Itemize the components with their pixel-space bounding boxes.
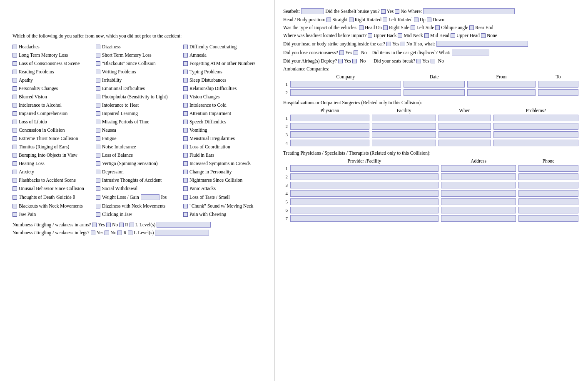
- hosp-problems-input[interactable]: [493, 115, 578, 121]
- symptom-checkbox[interactable]: [96, 95, 100, 99]
- treating-phone-input[interactable]: [518, 173, 578, 180]
- up-checkbox[interactable]: [414, 18, 419, 22]
- hosp-facility-input[interactable]: [372, 115, 436, 121]
- symptom-checkbox[interactable]: [12, 161, 17, 166]
- treating-provider-input[interactable]: [290, 207, 439, 213]
- symptom-checkbox[interactable]: [12, 212, 17, 217]
- symptom-checkbox[interactable]: [12, 61, 17, 66]
- treating-address-input[interactable]: [441, 215, 516, 222]
- symptom-checkbox[interactable]: [96, 204, 100, 208]
- treating-address-input[interactable]: [441, 173, 516, 180]
- symptom-checkbox[interactable]: [12, 136, 17, 141]
- ambulance-company-input[interactable]: [290, 81, 401, 88]
- treating-address-input[interactable]: [441, 165, 516, 172]
- symptom-checkbox[interactable]: [96, 111, 100, 116]
- arms-level-input[interactable]: [157, 222, 211, 228]
- ambulance-to-input[interactable]: [538, 81, 578, 88]
- symptom-checkbox[interactable]: [12, 153, 17, 158]
- symptom-checkbox[interactable]: [12, 145, 17, 149]
- symptom-checkbox[interactable]: [12, 45, 17, 49]
- airbag-no-checkbox[interactable]: [352, 59, 357, 63]
- symptom-checkbox[interactable]: [12, 111, 17, 116]
- treating-phone-input[interactable]: [518, 198, 578, 205]
- hosp-when-input[interactable]: [439, 115, 491, 121]
- airbag-yes-checkbox[interactable]: [338, 59, 343, 63]
- legs-r-checkbox[interactable]: [117, 231, 122, 235]
- symptom-checkbox[interactable]: [96, 212, 100, 217]
- treating-phone-input[interactable]: [518, 182, 578, 188]
- symptom-checkbox[interactable]: [183, 103, 188, 108]
- arms-r-checkbox[interactable]: [119, 223, 124, 227]
- symptom-checkbox[interactable]: [183, 120, 188, 124]
- seatbelt-no-checkbox[interactable]: [395, 9, 399, 14]
- down-checkbox[interactable]: [427, 18, 431, 22]
- symptom-checkbox[interactable]: [96, 161, 100, 166]
- hosp-when-input[interactable]: [439, 131, 491, 138]
- symptom-checkbox[interactable]: [96, 53, 100, 58]
- symptom-checkbox[interactable]: [183, 178, 188, 183]
- symptom-checkbox[interactable]: [183, 161, 188, 166]
- treating-phone-input[interactable]: [518, 190, 578, 197]
- hosp-physician-input[interactable]: [290, 140, 369, 146]
- treating-provider-input[interactable]: [290, 215, 439, 222]
- symptom-checkbox[interactable]: [183, 136, 188, 141]
- symptom-checkbox[interactable]: [12, 53, 17, 58]
- ambulance-company-input[interactable]: [290, 89, 401, 96]
- symptom-checkbox[interactable]: [96, 170, 100, 174]
- symptom-checkbox[interactable]: [12, 95, 17, 99]
- hosp-physician-input[interactable]: [290, 131, 369, 138]
- symptom-checkbox[interactable]: [96, 136, 100, 141]
- hosp-physician-input[interactable]: [290, 123, 369, 130]
- treating-address-input[interactable]: [441, 207, 516, 213]
- symptom-checkbox[interactable]: [183, 111, 188, 116]
- symptom-checkbox[interactable]: [96, 178, 100, 183]
- treating-address-input[interactable]: [441, 182, 516, 188]
- weight-input[interactable]: [141, 194, 159, 200]
- hosp-problems-input[interactable]: [493, 131, 578, 138]
- treating-phone-input[interactable]: [518, 207, 578, 213]
- consciousness-yes-checkbox[interactable]: [339, 50, 344, 55]
- mid-head-checkbox[interactable]: [424, 33, 429, 38]
- symptom-checkbox[interactable]: [12, 78, 17, 83]
- symptom-checkbox[interactable]: [183, 70, 188, 74]
- treating-phone-input[interactable]: [518, 215, 578, 222]
- oblique-checkbox[interactable]: [435, 25, 440, 30]
- treating-provider-input[interactable]: [290, 165, 439, 172]
- symptom-checkbox[interactable]: [183, 153, 188, 158]
- strike-yes-checkbox[interactable]: [386, 42, 391, 46]
- treating-phone-input[interactable]: [518, 165, 578, 172]
- rear-end-checkbox[interactable]: [469, 25, 474, 30]
- treating-provider-input[interactable]: [290, 173, 439, 180]
- symptom-checkbox[interactable]: [12, 103, 17, 108]
- symptom-checkbox[interactable]: [96, 78, 100, 83]
- strike-what-input[interactable]: [436, 41, 528, 47]
- arms-yes-checkbox[interactable]: [92, 223, 97, 227]
- straight-checkbox[interactable]: [326, 18, 331, 22]
- right-rotated-checkbox[interactable]: [349, 18, 354, 22]
- upper-back-checkbox[interactable]: [368, 33, 372, 38]
- symptom-checkbox[interactable]: [183, 53, 188, 58]
- seatbelt-where-input[interactable]: [423, 8, 515, 14]
- hosp-facility-input[interactable]: [372, 131, 436, 138]
- symptom-checkbox[interactable]: [12, 128, 17, 133]
- right-side-checkbox[interactable]: [383, 25, 388, 30]
- displaced-input[interactable]: [452, 50, 489, 55]
- hosp-facility-input[interactable]: [372, 123, 436, 130]
- ambulance-from-input[interactable]: [467, 81, 536, 88]
- symptom-checkbox[interactable]: [183, 212, 188, 217]
- hosp-when-input[interactable]: [439, 123, 491, 130]
- symptom-checkbox[interactable]: [96, 195, 100, 200]
- seatbelt-input[interactable]: [301, 8, 324, 14]
- hosp-physician-input[interactable]: [290, 115, 369, 121]
- consciousness-no-checkbox[interactable]: [354, 50, 358, 55]
- treating-address-input[interactable]: [441, 190, 516, 197]
- symptom-checkbox[interactable]: [183, 86, 188, 91]
- symptom-checkbox[interactable]: [96, 70, 100, 74]
- symptom-checkbox[interactable]: [183, 195, 188, 200]
- symptom-checkbox[interactable]: [12, 186, 17, 191]
- hosp-problems-input[interactable]: [493, 123, 578, 130]
- symptom-checkbox[interactable]: [183, 78, 188, 83]
- head-on-checkbox[interactable]: [359, 25, 364, 30]
- symptom-checkbox[interactable]: [12, 120, 17, 124]
- symptom-checkbox[interactable]: [96, 103, 100, 108]
